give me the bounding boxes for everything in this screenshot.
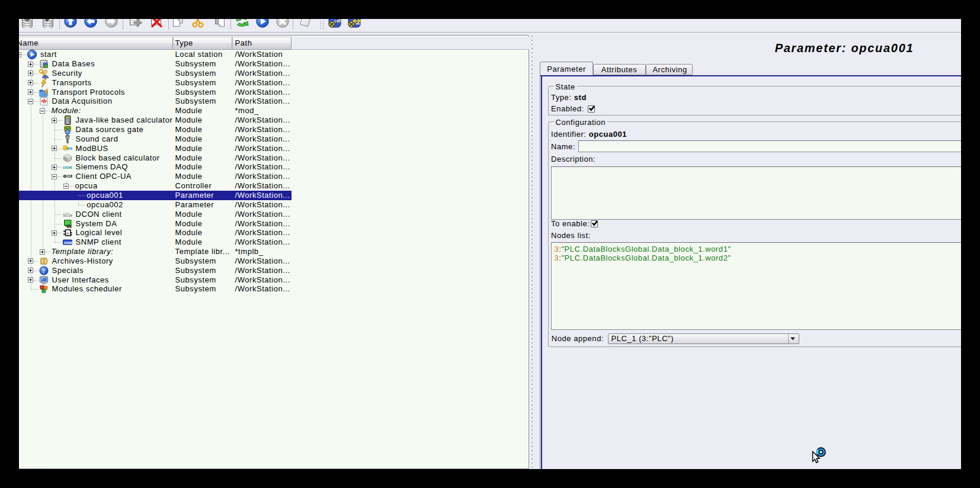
svg-text:⚙﻿OPC: ⚙﻿OPC <box>63 174 72 179</box>
svg-text:?: ? <box>42 268 45 274</box>
svg-text:SIEMENS: SIEMENS <box>63 166 72 169</box>
svg-text:DCON: DCON <box>63 214 72 217</box>
svg-text:SNMP: SNMP <box>63 241 72 245</box>
svg-text:&: & <box>66 232 69 235</box>
